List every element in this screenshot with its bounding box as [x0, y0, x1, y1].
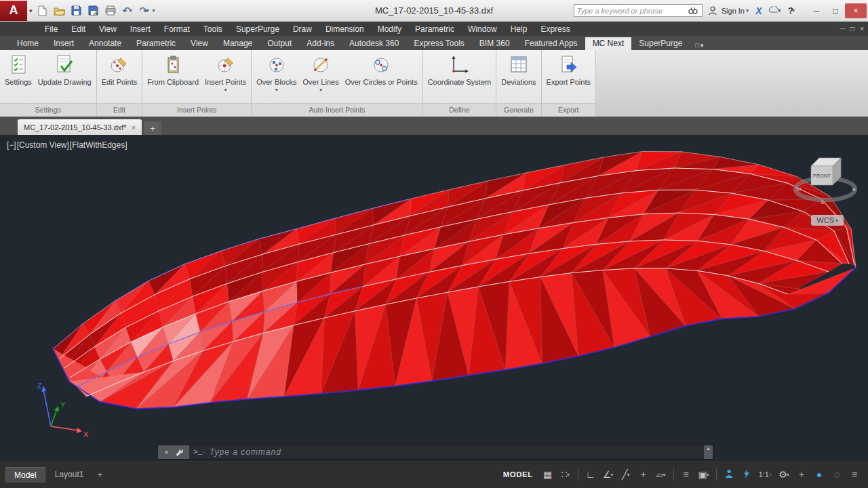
tab-annotate[interactable]: Annotate — [81, 37, 129, 50]
viewport-minimize-control[interactable]: [−] — [7, 140, 16, 150]
viewport-visual-style-control[interactable]: [FlatWithEdges] — [70, 140, 127, 150]
file-tab-active[interactable]: MC_17-02-2015_10-45-33.dxf* × — [18, 119, 142, 135]
menu-tools[interactable]: Tools — [197, 22, 229, 36]
help-search-input[interactable] — [577, 7, 687, 15]
edit-points-button[interactable]: Edit Points — [99, 52, 140, 101]
from-clipboard-button[interactable]: From Clipboard — [144, 52, 201, 101]
menu-window[interactable]: Window — [461, 22, 504, 36]
help-button[interactable]: ?▾ — [785, 5, 797, 17]
tab-featured-apps[interactable]: Featured Apps — [517, 37, 585, 50]
new-layout-button[interactable]: + — [93, 470, 106, 480]
menu-parametric[interactable]: Parametric — [408, 22, 461, 36]
annotation-monitor-toggle[interactable]: + — [793, 467, 810, 482]
object-snap-tracking-toggle[interactable]: + — [635, 467, 652, 482]
binoculars-icon[interactable] — [687, 5, 699, 17]
tab-home[interactable]: Home — [9, 37, 46, 50]
menu-insert[interactable]: Insert — [123, 22, 157, 36]
close-button[interactable]: × — [845, 3, 867, 18]
update-drawing-button[interactable]: Update Drawing — [35, 52, 94, 101]
connect-dropdown-icon[interactable]: ▾ — [778, 7, 781, 14]
viewport-view-control[interactable]: [Custom View] — [17, 140, 69, 150]
file-tab-close-icon[interactable]: × — [132, 123, 136, 131]
redo-dropdown-icon[interactable]: ▾ — [146, 7, 149, 14]
mesh-model[interactable] — [0, 135, 868, 461]
over-lines-dropdown-icon[interactable]: ▾ — [319, 87, 322, 93]
new-drawing-tab-button[interactable]: + — [144, 121, 161, 135]
lineweight-toggle[interactable]: ≡ — [678, 467, 694, 482]
compass-west-label[interactable]: W — [796, 186, 802, 192]
open-file-button[interactable] — [52, 3, 67, 18]
isolate-objects-toggle[interactable]: ◌ — [829, 467, 845, 482]
menu-draw[interactable]: Draw — [286, 22, 319, 36]
drawing-close-icon[interactable]: × — [860, 25, 864, 33]
save-button[interactable] — [69, 3, 84, 18]
menu-edit[interactable]: Edit — [64, 22, 92, 36]
plot-button[interactable] — [103, 3, 118, 18]
autoscale-toggle[interactable] — [738, 467, 755, 482]
wcs-selector[interactable]: WCS ▾ — [811, 215, 844, 226]
export-points-button[interactable]: Export Points — [544, 52, 593, 101]
drawing-viewport[interactable]: [−] [Custom View] [FlatWithEdges] FRONT … — [0, 135, 868, 461]
menu-dimension[interactable]: Dimension — [319, 22, 371, 36]
menu-help[interactable]: Help — [504, 22, 534, 36]
customization-menu-button[interactable]: ≡ — [846, 467, 863, 482]
undo-button[interactable]: ↶▾ — [120, 3, 135, 18]
over-lines-button[interactable]: Over Lines ▾ — [300, 52, 341, 101]
tab-bim-360[interactable]: BIM 360 — [472, 37, 517, 50]
layout1-tab[interactable]: Layout1 — [47, 467, 92, 482]
annotation-visibility-toggle[interactable] — [721, 467, 737, 482]
viewcube[interactable]: FRONT W E S — [793, 148, 859, 211]
grid-display-toggle[interactable]: ▦ — [540, 467, 556, 482]
menu-express[interactable]: Express — [534, 22, 576, 36]
tab-parametric[interactable]: Parametric — [129, 37, 183, 50]
tab-view[interactable]: View — [183, 37, 216, 50]
annotation-scale-control[interactable]: 1:1▾ — [756, 470, 774, 479]
deviations-button[interactable]: Deviations — [498, 52, 538, 101]
connect-button[interactable]: ▾ — [769, 5, 781, 17]
polar-tracking-toggle[interactable]: ∠▾ — [600, 467, 616, 482]
menu-modify[interactable]: Modify — [371, 22, 408, 36]
over-circles-or-points-button[interactable]: Over Circles or Points — [342, 52, 420, 101]
command-wrench-icon[interactable] — [174, 447, 183, 458]
selection-cycling-toggle[interactable]: ▣▾ — [696, 467, 712, 482]
ortho-mode-toggle[interactable]: ∟ — [583, 467, 599, 482]
isometric-drafting-toggle[interactable]: ╱▾ — [618, 467, 634, 482]
insert-points-button[interactable]: Insert Points ▾ — [202, 52, 249, 101]
redo-button[interactable]: ↷▾ — [137, 3, 152, 18]
application-menu-dropdown-icon[interactable]: ▾ — [29, 7, 33, 14]
tab-add-ins[interactable]: Add-ins — [299, 37, 342, 50]
menu-superpurge[interactable]: SuperPurge — [229, 22, 286, 36]
drawing-restore-icon[interactable]: □ — [850, 25, 854, 33]
command-close-icon[interactable]: × — [164, 448, 168, 456]
command-prompt-icon[interactable]: >_▾ — [193, 448, 205, 456]
command-input[interactable] — [210, 447, 704, 457]
menu-file[interactable]: File — [38, 22, 64, 36]
drawing-minimize-icon[interactable]: ─ — [840, 25, 845, 33]
menu-format[interactable]: Format — [157, 22, 197, 36]
undo-dropdown-icon[interactable]: ▾ — [130, 7, 132, 14]
menu-view[interactable]: View — [92, 22, 123, 36]
new-file-button[interactable] — [35, 3, 50, 18]
snap-mode-toggle[interactable]: ∷▾ — [557, 467, 574, 482]
model-tab[interactable]: Model — [5, 467, 45, 483]
over-blocks-dropdown-icon[interactable]: ▾ — [275, 87, 278, 93]
tab-superpurge[interactable]: SuperPurge — [631, 37, 690, 50]
exchange-apps-button[interactable]: X — [753, 5, 765, 17]
tab-manage[interactable]: Manage — [216, 37, 260, 50]
qat-customize-icon[interactable]: ▾ — [153, 7, 155, 14]
insert-points-dropdown-icon[interactable]: ▾ — [224, 87, 227, 93]
sign-in-button[interactable]: Sign In ▾ — [707, 5, 749, 17]
minimize-button[interactable]: ─ — [807, 3, 826, 18]
maximize-button[interactable]: □ — [826, 3, 845, 18]
model-space-button[interactable]: MODEL — [503, 470, 533, 479]
coordinate-system-button[interactable]: Coordinate System — [425, 52, 494, 101]
help-dropdown-icon[interactable]: ▾ — [792, 7, 795, 14]
tab-mc-next[interactable]: MC Next — [585, 37, 632, 50]
compass-south-label[interactable]: S — [821, 199, 824, 205]
tab-insert[interactable]: Insert — [46, 37, 81, 50]
tab-output[interactable]: Output — [260, 37, 299, 50]
tab-express-tools[interactable]: Express Tools — [406, 37, 471, 50]
hardware-acceleration-toggle[interactable]: ● — [811, 467, 827, 482]
save-as-button[interactable] — [86, 3, 101, 18]
ribbon-display-toggle[interactable]: □▾ — [690, 41, 709, 50]
